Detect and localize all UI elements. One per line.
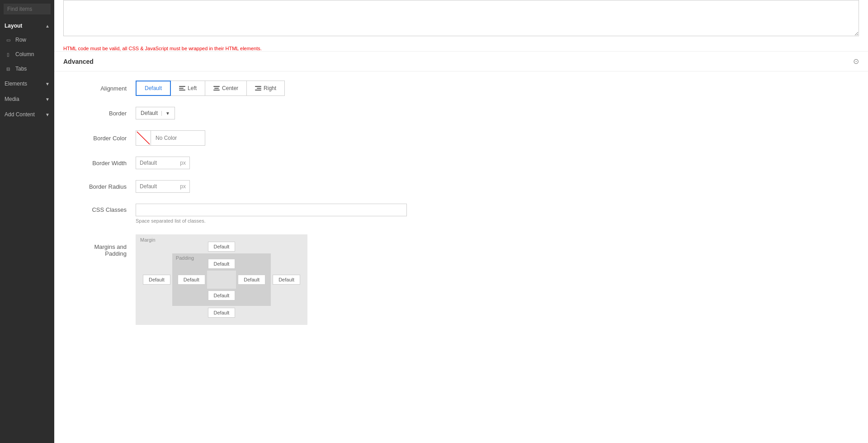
align-left-label: Left (188, 85, 197, 91)
margin-right-button[interactable]: Default (273, 275, 300, 285)
align-right-icon (255, 86, 261, 91)
add-content-label: Add Content (5, 111, 35, 118)
border-label: Border (72, 110, 136, 117)
padding-bottom-button[interactable]: Default (208, 291, 236, 300)
html-code-textarea[interactable] (63, 0, 859, 36)
color-input-wrap (136, 130, 850, 146)
margin-label: Margin (140, 237, 156, 243)
advanced-header: Advanced ⊙ (54, 51, 868, 71)
align-line-5 (214, 88, 219, 89)
padding-label: Padding (176, 255, 194, 261)
padding-middle-row: Default Default (178, 271, 265, 289)
advanced-toggle-button[interactable]: ⊙ (853, 57, 859, 66)
sidebar: Layout ▲ ▭ Row ▯ Column ⊟ Tabs Elements … (0, 0, 54, 443)
textarea-section (54, 0, 868, 42)
margins-padding-row: Margins and Padding Margin Default Defau… (72, 234, 850, 325)
css-classes-label: CSS Classes (72, 204, 136, 213)
sidebar-section-media[interactable]: Media ▼ (0, 91, 54, 107)
padding-container: Padding Default Default (172, 253, 271, 306)
alignment-row: Alignment Default Left (72, 81, 850, 96)
sidebar-item-row[interactable]: ▭ Row (0, 33, 54, 47)
border-width-unit: px (180, 157, 189, 169)
padding-right-button[interactable]: Default (238, 275, 265, 285)
align-right-button[interactable]: Right (247, 81, 285, 96)
align-right-label: Right (264, 85, 276, 91)
margin-bottom-area: Default (143, 308, 300, 318)
row-label: Row (15, 37, 26, 43)
padding-top-button[interactable]: Default (208, 259, 236, 269)
sidebar-section-layout[interactable]: Layout ▲ (0, 18, 54, 33)
slash-svg (136, 131, 151, 145)
margin-left-button[interactable]: Default (143, 275, 170, 285)
border-width-row: Border Width px (72, 157, 850, 169)
border-select-wrap: Default ▼ (136, 107, 850, 119)
border-radius-input[interactable] (136, 181, 180, 192)
align-line-2 (179, 88, 184, 89)
align-line-1 (179, 86, 185, 87)
padding-bottom-label: Default (214, 293, 230, 298)
search-input[interactable] (4, 4, 51, 14)
sidebar-section-add-content[interactable]: Add Content ▼ (0, 107, 54, 122)
html-hint: HTML code must be valid, all CSS & JavaS… (54, 42, 868, 51)
css-classes-row: CSS Classes Space separated list of clas… (72, 204, 850, 224)
align-center-button[interactable]: Center (205, 81, 247, 96)
border-radius-control: px (136, 180, 850, 193)
border-color-control (136, 130, 850, 146)
tabs-icon: ⊟ (5, 65, 12, 72)
border-row: Border Default ▼ (72, 107, 850, 119)
margins-container: Margin Default Default Padding (136, 234, 307, 325)
main-content: HTML code must be valid, all CSS & JavaS… (54, 0, 868, 443)
align-center-icon (213, 86, 220, 91)
sidebar-section-elements[interactable]: Elements ▼ (0, 76, 54, 91)
margin-bottom-button[interactable]: Default (208, 308, 236, 318)
advanced-title: Advanced (63, 58, 94, 65)
elements-label: Elements (5, 81, 27, 87)
align-default-label: Default (145, 85, 162, 91)
align-left-button[interactable]: Left (171, 81, 205, 96)
padding-left-button[interactable]: Default (178, 275, 205, 285)
border-width-label: Border Width (72, 160, 136, 167)
margin-top-button[interactable]: Default (208, 242, 236, 252)
padding-bottom-area: Default (178, 291, 265, 300)
align-line-4 (213, 86, 220, 87)
alignment-control: Default Left (136, 81, 850, 96)
margin-right-label: Default (278, 277, 294, 282)
margins-padding-label: Margins and Padding (72, 234, 136, 257)
inner-content-box (207, 271, 236, 289)
border-control: Default ▼ (136, 107, 850, 119)
border-select-button[interactable]: Default ▼ (136, 107, 175, 119)
css-classes-control: Space separated list of classes. (136, 204, 850, 224)
align-center-label: Center (222, 85, 238, 91)
align-line-8 (257, 88, 261, 89)
align-line-3 (179, 90, 185, 91)
border-dropdown-arrow-icon: ▼ (161, 111, 170, 116)
row-icon: ▭ (5, 36, 12, 43)
color-swatch-button[interactable] (136, 130, 151, 146)
align-line-9 (255, 90, 261, 91)
sidebar-search-container (0, 0, 54, 18)
padding-right-label: Default (244, 277, 259, 282)
margin-top-area: Default (143, 242, 300, 252)
border-width-input[interactable] (136, 157, 180, 169)
alignment-label: Alignment (72, 85, 136, 92)
no-color-slash-icon (136, 131, 151, 145)
border-radius-label: Border Radius (72, 183, 136, 190)
border-width-control: px (136, 157, 850, 169)
border-width-wrap: px (136, 157, 190, 169)
margin-middle-row: Default Padding Default (143, 253, 300, 306)
align-line-7 (255, 86, 261, 87)
layout-chevron-icon: ▲ (45, 24, 50, 29)
sidebar-item-tabs[interactable]: ⊟ Tabs (0, 62, 54, 76)
align-default-button[interactable]: Default (136, 81, 171, 96)
border-radius-unit: px (180, 181, 189, 192)
elements-chevron-icon: ▼ (45, 81, 50, 86)
alignment-buttons: Default Left (136, 81, 850, 96)
form-section: Alignment Default Left (54, 71, 868, 345)
column-icon: ▯ (5, 51, 12, 58)
color-text-input[interactable] (151, 130, 205, 146)
padding-top-label: Default (214, 261, 230, 267)
layout-label: Layout (5, 23, 22, 29)
sidebar-item-column[interactable]: ▯ Column (0, 47, 54, 62)
margins-padding-control: Margin Default Default Padding (136, 234, 850, 325)
css-classes-input[interactable] (136, 204, 407, 216)
